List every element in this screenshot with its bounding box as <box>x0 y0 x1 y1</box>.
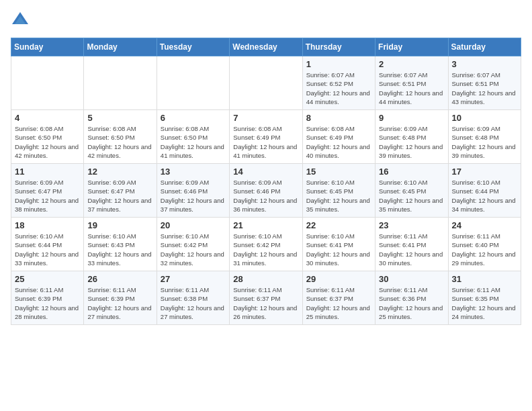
day-number: 19 <box>87 220 152 230</box>
day-number: 18 <box>15 220 80 230</box>
calendar-cell: 2 Sunrise: 6:07 AMSunset: 6:51 PMDayligh… <box>375 56 448 110</box>
day-info: Sunrise: 6:08 AMSunset: 6:49 PMDaylight:… <box>306 124 371 160</box>
day-number: 16 <box>379 167 444 177</box>
day-number: 26 <box>87 274 152 284</box>
day-info: Sunrise: 6:07 AMSunset: 6:52 PMDaylight:… <box>306 71 371 106</box>
calendar-week-row: 1 Sunrise: 6:07 AMSunset: 6:52 PMDayligh… <box>11 56 521 110</box>
day-info: Sunrise: 6:11 AMSunset: 6:39 PMDaylight:… <box>15 285 80 321</box>
calendar-cell <box>84 56 157 110</box>
day-info: Sunrise: 6:11 AMSunset: 6:35 PMDaylight:… <box>452 285 517 321</box>
calendar-cell: 13 Sunrise: 6:09 AMSunset: 6:46 PMDaylig… <box>157 164 229 218</box>
day-info: Sunrise: 6:08 AMSunset: 6:50 PMDaylight:… <box>87 124 152 160</box>
calendar-cell: 14 Sunrise: 6:09 AMSunset: 6:46 PMDaylig… <box>230 164 302 218</box>
calendar-cell: 7 Sunrise: 6:08 AMSunset: 6:49 PMDayligh… <box>230 110 302 164</box>
day-number: 23 <box>379 220 444 230</box>
day-number: 13 <box>161 167 226 177</box>
day-number: 1 <box>306 59 371 69</box>
day-info: Sunrise: 6:09 AMSunset: 6:47 PMDaylight:… <box>15 178 80 214</box>
day-number: 5 <box>87 113 152 123</box>
day-number: 9 <box>379 113 444 123</box>
day-info: Sunrise: 6:10 AMSunset: 6:42 PMDaylight:… <box>233 232 298 267</box>
calendar-cell: 1 Sunrise: 6:07 AMSunset: 6:52 PMDayligh… <box>302 56 375 110</box>
calendar-cell: 16 Sunrise: 6:10 AMSunset: 6:45 PMDaylig… <box>375 164 448 218</box>
day-info: Sunrise: 6:11 AMSunset: 6:38 PMDaylight:… <box>161 285 226 321</box>
day-info: Sunrise: 6:09 AMSunset: 6:48 PMDaylight:… <box>452 124 517 160</box>
calendar-cell: 22 Sunrise: 6:10 AMSunset: 6:41 PMDaylig… <box>302 218 375 271</box>
calendar-cell: 4 Sunrise: 6:08 AMSunset: 6:50 PMDayligh… <box>11 110 84 164</box>
day-info: Sunrise: 6:10 AMSunset: 6:44 PMDaylight:… <box>452 178 517 214</box>
day-info: Sunrise: 6:10 AMSunset: 6:45 PMDaylight:… <box>306 178 371 214</box>
calendar-cell: 9 Sunrise: 6:09 AMSunset: 6:48 PMDayligh… <box>375 110 448 164</box>
calendar-cell: 21 Sunrise: 6:10 AMSunset: 6:42 PMDaylig… <box>230 218 302 271</box>
day-info: Sunrise: 6:09 AMSunset: 6:46 PMDaylight:… <box>161 178 226 214</box>
calendar-cell: 27 Sunrise: 6:11 AMSunset: 6:38 PMDaylig… <box>157 271 229 325</box>
day-number: 24 <box>452 220 517 230</box>
day-info: Sunrise: 6:10 AMSunset: 6:42 PMDaylight:… <box>161 232 226 267</box>
calendar-cell: 19 Sunrise: 6:10 AMSunset: 6:43 PMDaylig… <box>84 218 157 271</box>
day-info: Sunrise: 6:10 AMSunset: 6:44 PMDaylight:… <box>15 232 80 267</box>
day-number: 21 <box>233 220 298 230</box>
day-info: Sunrise: 6:11 AMSunset: 6:39 PMDaylight:… <box>87 285 152 321</box>
calendar-cell <box>157 56 229 110</box>
day-info: Sunrise: 6:07 AMSunset: 6:51 PMDaylight:… <box>452 71 517 106</box>
day-number: 8 <box>306 113 371 123</box>
day-info: Sunrise: 6:08 AMSunset: 6:49 PMDaylight:… <box>233 124 298 160</box>
day-number: 22 <box>306 220 371 230</box>
day-number: 29 <box>306 274 371 284</box>
calendar-cell: 3 Sunrise: 6:07 AMSunset: 6:51 PMDayligh… <box>448 56 521 110</box>
calendar-cell: 29 Sunrise: 6:11 AMSunset: 6:37 PMDaylig… <box>302 271 375 325</box>
calendar-cell: 6 Sunrise: 6:08 AMSunset: 6:50 PMDayligh… <box>157 110 229 164</box>
weekday-header-wednesday: Wednesday <box>230 38 302 56</box>
day-info: Sunrise: 6:09 AMSunset: 6:48 PMDaylight:… <box>379 124 444 160</box>
logo-icon <box>11 11 30 30</box>
day-number: 20 <box>161 220 226 230</box>
calendar-cell: 30 Sunrise: 6:11 AMSunset: 6:36 PMDaylig… <box>375 271 448 325</box>
calendar-cell: 23 Sunrise: 6:11 AMSunset: 6:41 PMDaylig… <box>375 218 448 271</box>
day-number: 27 <box>161 274 226 284</box>
calendar-cell <box>230 56 302 110</box>
weekday-header-friday: Friday <box>375 38 448 56</box>
weekday-header-saturday: Saturday <box>448 38 521 56</box>
calendar-cell: 25 Sunrise: 6:11 AMSunset: 6:39 PMDaylig… <box>11 271 84 325</box>
day-info: Sunrise: 6:10 AMSunset: 6:41 PMDaylight:… <box>306 232 371 267</box>
day-number: 12 <box>87 167 152 177</box>
day-info: Sunrise: 6:10 AMSunset: 6:43 PMDaylight:… <box>87 232 152 267</box>
day-info: Sunrise: 6:11 AMSunset: 6:37 PMDaylight:… <box>306 285 371 321</box>
day-number: 17 <box>452 167 517 177</box>
calendar-cell: 26 Sunrise: 6:11 AMSunset: 6:39 PMDaylig… <box>84 271 157 325</box>
day-info: Sunrise: 6:08 AMSunset: 6:50 PMDaylight:… <box>161 124 226 160</box>
calendar-cell: 20 Sunrise: 6:10 AMSunset: 6:42 PMDaylig… <box>157 218 229 271</box>
calendar-cell: 8 Sunrise: 6:08 AMSunset: 6:49 PMDayligh… <box>302 110 375 164</box>
day-number: 11 <box>15 167 80 177</box>
weekday-header-thursday: Thursday <box>302 38 375 56</box>
day-info: Sunrise: 6:09 AMSunset: 6:46 PMDaylight:… <box>233 178 298 214</box>
calendar-cell <box>11 56 84 110</box>
weekday-header-monday: Monday <box>84 38 157 56</box>
calendar-cell: 31 Sunrise: 6:11 AMSunset: 6:35 PMDaylig… <box>448 271 521 325</box>
calendar-cell: 18 Sunrise: 6:10 AMSunset: 6:44 PMDaylig… <box>11 218 84 271</box>
day-number: 6 <box>161 113 226 123</box>
calendar-table: SundayMondayTuesdayWednesdayThursdayFrid… <box>11 38 521 325</box>
day-number: 10 <box>452 113 517 123</box>
calendar-cell: 11 Sunrise: 6:09 AMSunset: 6:47 PMDaylig… <box>11 164 84 218</box>
day-info: Sunrise: 6:11 AMSunset: 6:37 PMDaylight:… <box>233 285 298 321</box>
day-info: Sunrise: 6:07 AMSunset: 6:51 PMDaylight:… <box>379 71 444 106</box>
day-number: 15 <box>306 167 371 177</box>
logo <box>11 11 32 30</box>
calendar-cell: 15 Sunrise: 6:10 AMSunset: 6:45 PMDaylig… <box>302 164 375 218</box>
calendar-week-row: 11 Sunrise: 6:09 AMSunset: 6:47 PMDaylig… <box>11 164 521 218</box>
calendar-cell: 5 Sunrise: 6:08 AMSunset: 6:50 PMDayligh… <box>84 110 157 164</box>
calendar-cell: 17 Sunrise: 6:10 AMSunset: 6:44 PMDaylig… <box>448 164 521 218</box>
weekday-header-row: SundayMondayTuesdayWednesdayThursdayFrid… <box>11 38 521 56</box>
day-info: Sunrise: 6:08 AMSunset: 6:50 PMDaylight:… <box>15 124 80 160</box>
day-info: Sunrise: 6:09 AMSunset: 6:47 PMDaylight:… <box>87 178 152 214</box>
calendar-week-row: 25 Sunrise: 6:11 AMSunset: 6:39 PMDaylig… <box>11 271 521 325</box>
day-info: Sunrise: 6:11 AMSunset: 6:41 PMDaylight:… <box>379 232 444 267</box>
calendar-cell: 12 Sunrise: 6:09 AMSunset: 6:47 PMDaylig… <box>84 164 157 218</box>
day-info: Sunrise: 6:10 AMSunset: 6:45 PMDaylight:… <box>379 178 444 214</box>
day-number: 3 <box>452 59 517 69</box>
calendar-cell: 24 Sunrise: 6:11 AMSunset: 6:40 PMDaylig… <box>448 218 521 271</box>
day-info: Sunrise: 6:11 AMSunset: 6:36 PMDaylight:… <box>379 285 444 321</box>
calendar-cell: 28 Sunrise: 6:11 AMSunset: 6:37 PMDaylig… <box>230 271 302 325</box>
calendar-cell: 10 Sunrise: 6:09 AMSunset: 6:48 PMDaylig… <box>448 110 521 164</box>
